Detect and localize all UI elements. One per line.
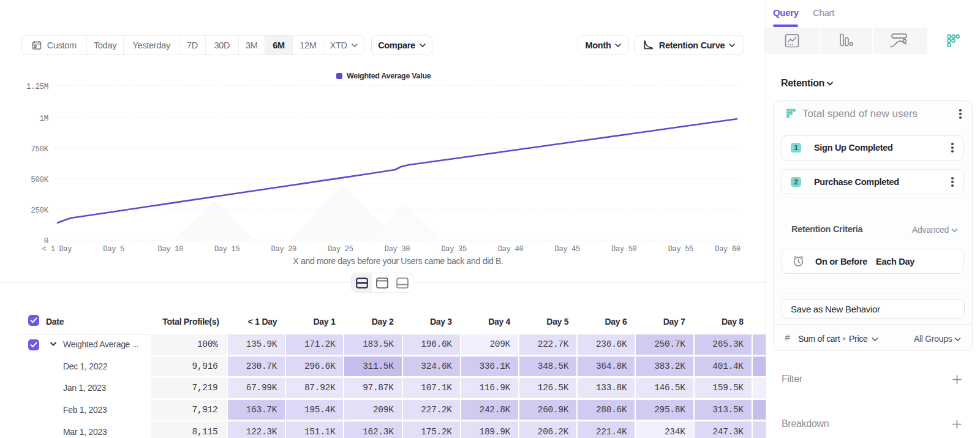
svg-text:Day 15: Day 15 [214,245,240,254]
svg-text:Day 50: Day 50 [611,245,637,254]
svg-text:Day 40: Day 40 [498,245,524,254]
svg-text:0: 0 [44,237,48,246]
svg-text:Day 30: Day 30 [385,245,410,254]
svg-text:Day 5: Day 5 [103,245,124,254]
svg-text:Day 55: Day 55 [668,245,694,254]
svg-text:250K: 250K [31,206,49,215]
svg-text:750K: 750K [31,145,49,154]
svg-text:< 1 Day: < 1 Day [42,245,72,254]
svg-text:Day 45: Day 45 [554,245,580,254]
svg-text:1.25M: 1.25M [26,83,48,91]
svg-text:Day 25: Day 25 [328,245,353,254]
svg-text:500K: 500K [31,176,49,184]
svg-text:Day 35: Day 35 [441,245,467,254]
svg-text:1M: 1M [40,115,48,123]
svg-text:Day 10: Day 10 [157,245,183,254]
svg-text:Day 20: Day 20 [271,245,297,254]
svg-text:Day 60: Day 60 [715,245,741,254]
